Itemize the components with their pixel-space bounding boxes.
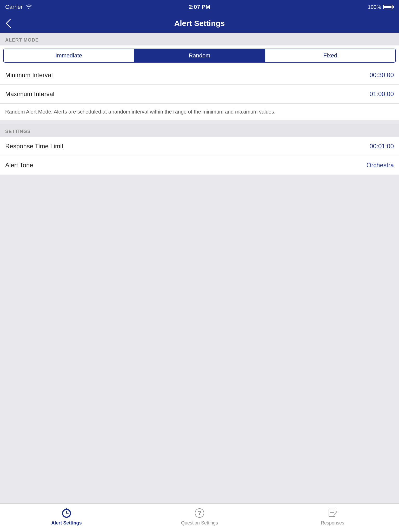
maximum-interval-value: 01:00:00 — [370, 90, 394, 98]
svg-text:?: ? — [198, 510, 201, 516]
alert-tone-row[interactable]: Alert Tone Orchestra — [0, 156, 399, 175]
gap-1 — [0, 120, 399, 124]
svg-rect-8 — [329, 509, 335, 517]
status-time: 2:07 PM — [189, 4, 210, 10]
tab-responses-label: Responses — [321, 520, 344, 526]
segment-random[interactable]: Random — [134, 49, 264, 62]
battery-icon — [383, 5, 394, 9]
alert-mode-section-header: ALERT MODE — [0, 33, 399, 45]
page-title: Alert Settings — [174, 19, 225, 28]
alert-tone-value: Orchestra — [367, 162, 394, 169]
response-time-limit-row[interactable]: Response Time Limit 00:01:00 — [0, 137, 399, 156]
tab-question-settings-label: Question Settings — [181, 520, 218, 526]
response-time-limit-value: 00:01:00 — [370, 143, 394, 150]
svg-line-14 — [336, 511, 337, 512]
svg-line-13 — [334, 515, 334, 517]
random-mode-info: Random Alert Mode: Alerts are scheduled … — [0, 103, 399, 120]
tab-responses[interactable]: Responses — [266, 507, 399, 526]
minimum-interval-label: Minimum Interval — [5, 71, 53, 79]
content-spacer — [0, 175, 399, 503]
status-bar: Carrier 2:07 PM 100% — [0, 0, 399, 14]
alert-mode-segment-control: Immediate Random Fixed — [3, 49, 396, 63]
back-button[interactable] — [5, 19, 11, 28]
battery-percent: 100% — [368, 4, 381, 10]
maximum-interval-row[interactable]: Maximum Interval 01:00:00 — [0, 85, 399, 103]
responses-icon — [327, 507, 338, 519]
tab-bar: Alert Settings ? Question Settings — [0, 503, 399, 532]
wifi-icon — [26, 4, 32, 10]
tab-alert-settings[interactable]: Alert Settings — [0, 507, 133, 526]
tab-alert-settings-label: Alert Settings — [51, 520, 82, 526]
minimum-interval-value: 00:30:00 — [370, 71, 394, 79]
segment-immediate[interactable]: Immediate — [4, 49, 134, 62]
question-icon: ? — [194, 507, 205, 519]
settings-section-header: SETTINGS — [0, 124, 399, 137]
alert-mode-segment-container: Immediate Random Fixed — [0, 45, 399, 66]
nav-bar: Alert Settings — [0, 14, 399, 33]
interval-group: Minimum Interval 00:30:00 Maximum Interv… — [0, 66, 399, 103]
settings-group: Response Time Limit 00:01:00 Alert Tone … — [0, 137, 399, 175]
response-time-limit-label: Response Time Limit — [5, 143, 63, 150]
alert-tone-label: Alert Tone — [5, 162, 33, 169]
tab-question-settings[interactable]: ? Question Settings — [133, 507, 266, 526]
status-right: 100% — [368, 4, 394, 10]
clock-icon — [61, 507, 72, 519]
minimum-interval-row[interactable]: Minimum Interval 00:30:00 — [0, 66, 399, 85]
status-left: Carrier — [5, 4, 32, 10]
segment-fixed[interactable]: Fixed — [265, 49, 395, 62]
maximum-interval-label: Maximum Interval — [5, 90, 54, 98]
carrier-label: Carrier — [5, 4, 23, 10]
